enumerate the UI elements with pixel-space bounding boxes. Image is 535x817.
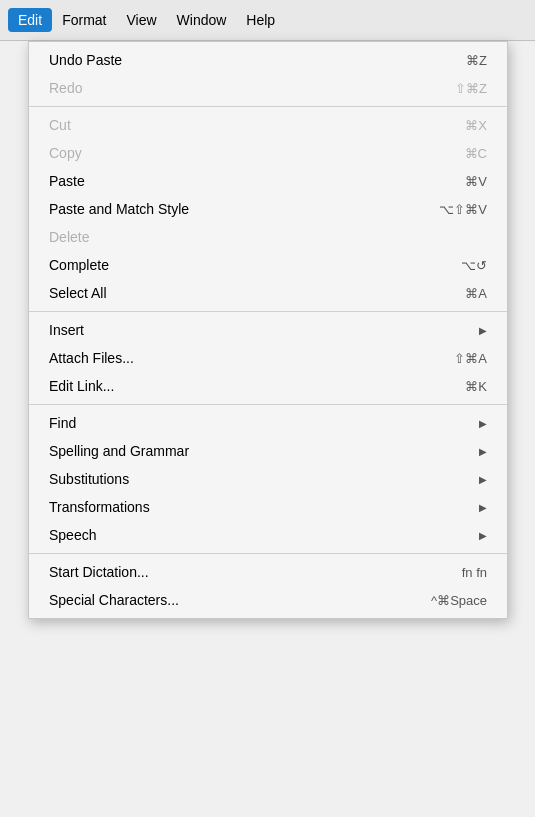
menu-item-substitutions[interactable]: Substitutions ▶: [29, 465, 507, 493]
menu-item-redo-label: Redo: [49, 80, 82, 96]
menu-section-undo-redo: Undo Paste ⌘Z Redo ⇧⌘Z: [29, 42, 507, 107]
menu-item-delete[interactable]: Delete: [29, 223, 507, 251]
menu-item-special-characters[interactable]: Special Characters... ^⌘Space: [29, 586, 507, 614]
menu-section-insert: Insert ▶ Attach Files... ⇧⌘A Edit Link..…: [29, 312, 507, 405]
menu-item-spelling-grammar-arrow: ▶: [479, 446, 487, 457]
menu-item-cut-label: Cut: [49, 117, 71, 133]
menu-item-select-all-shortcut: ⌘A: [465, 286, 487, 301]
menu-item-substitutions-arrow: ▶: [479, 474, 487, 485]
menu-item-special-characters-label: Special Characters...: [49, 592, 179, 608]
menu-item-attach-files[interactable]: Attach Files... ⇧⌘A: [29, 344, 507, 372]
menu-section-find: Find ▶ Spelling and Grammar ▶ Substituti…: [29, 405, 507, 554]
menubar-item-view[interactable]: View: [116, 8, 166, 32]
menu-item-redo-shortcut: ⇧⌘Z: [455, 81, 487, 96]
menu-item-spelling-grammar[interactable]: Spelling and Grammar ▶: [29, 437, 507, 465]
menu-item-transformations[interactable]: Transformations ▶: [29, 493, 507, 521]
menu-item-find-arrow: ▶: [479, 418, 487, 429]
menu-item-cut[interactable]: Cut ⌘X: [29, 111, 507, 139]
menu-item-paste[interactable]: Paste ⌘V: [29, 167, 507, 195]
menu-item-copy[interactable]: Copy ⌘C: [29, 139, 507, 167]
menu-section-dictation: Start Dictation... fn fn Special Charact…: [29, 554, 507, 618]
menu-item-spelling-grammar-label: Spelling and Grammar: [49, 443, 189, 459]
menu-item-undo-paste[interactable]: Undo Paste ⌘Z: [29, 46, 507, 74]
menu-item-insert-label: Insert: [49, 322, 84, 338]
menu-item-undo-paste-shortcut: ⌘Z: [466, 53, 487, 68]
menu-item-complete-label: Complete: [49, 257, 109, 273]
menu-item-substitutions-label: Substitutions: [49, 471, 129, 487]
menu-item-speech-arrow: ▶: [479, 530, 487, 541]
menu-item-paste-label: Paste: [49, 173, 85, 189]
menu-item-undo-paste-label: Undo Paste: [49, 52, 122, 68]
menu-item-paste-match-style-shortcut: ⌥⇧⌘V: [439, 202, 487, 217]
menu-section-clipboard: Cut ⌘X Copy ⌘C Paste ⌘V Paste and Match …: [29, 107, 507, 312]
menu-item-edit-link-shortcut: ⌘K: [465, 379, 487, 394]
menu-item-cut-shortcut: ⌘X: [465, 118, 487, 133]
menu-item-attach-files-shortcut: ⇧⌘A: [454, 351, 487, 366]
menu-item-edit-link[interactable]: Edit Link... ⌘K: [29, 372, 507, 400]
menu-item-paste-match-style-label: Paste and Match Style: [49, 201, 189, 217]
menu-item-start-dictation-label: Start Dictation...: [49, 564, 149, 580]
menu-item-select-all-label: Select All: [49, 285, 107, 301]
menu-item-insert[interactable]: Insert ▶: [29, 316, 507, 344]
menu-item-find[interactable]: Find ▶: [29, 409, 507, 437]
menu-item-speech[interactable]: Speech ▶: [29, 521, 507, 549]
menubar-item-format[interactable]: Format: [52, 8, 116, 32]
menu-item-edit-link-label: Edit Link...: [49, 378, 114, 394]
menu-item-start-dictation-shortcut: fn fn: [462, 565, 487, 580]
menu-item-complete[interactable]: Complete ⌥↺: [29, 251, 507, 279]
menubar-item-help[interactable]: Help: [236, 8, 285, 32]
menu-item-redo[interactable]: Redo ⇧⌘Z: [29, 74, 507, 102]
menu-item-delete-label: Delete: [49, 229, 89, 245]
menu-item-transformations-label: Transformations: [49, 499, 150, 515]
menu-item-transformations-arrow: ▶: [479, 502, 487, 513]
edit-menu-dropdown: Undo Paste ⌘Z Redo ⇧⌘Z Cut ⌘X Copy ⌘C Pa…: [28, 41, 508, 619]
menu-item-copy-label: Copy: [49, 145, 82, 161]
menu-item-paste-shortcut: ⌘V: [465, 174, 487, 189]
menu-item-speech-label: Speech: [49, 527, 96, 543]
menubar-item-window[interactable]: Window: [167, 8, 237, 32]
menu-item-copy-shortcut: ⌘C: [465, 146, 487, 161]
menu-item-paste-match-style[interactable]: Paste and Match Style ⌥⇧⌘V: [29, 195, 507, 223]
menu-item-special-characters-shortcut: ^⌘Space: [431, 593, 487, 608]
menubar: Edit Format View Window Help: [0, 0, 535, 41]
menubar-item-edit[interactable]: Edit: [8, 8, 52, 32]
menu-item-insert-arrow: ▶: [479, 325, 487, 336]
menu-item-start-dictation[interactable]: Start Dictation... fn fn: [29, 558, 507, 586]
menu-item-attach-files-label: Attach Files...: [49, 350, 134, 366]
menu-item-complete-shortcut: ⌥↺: [461, 258, 487, 273]
menu-item-find-label: Find: [49, 415, 76, 431]
menu-item-select-all[interactable]: Select All ⌘A: [29, 279, 507, 307]
